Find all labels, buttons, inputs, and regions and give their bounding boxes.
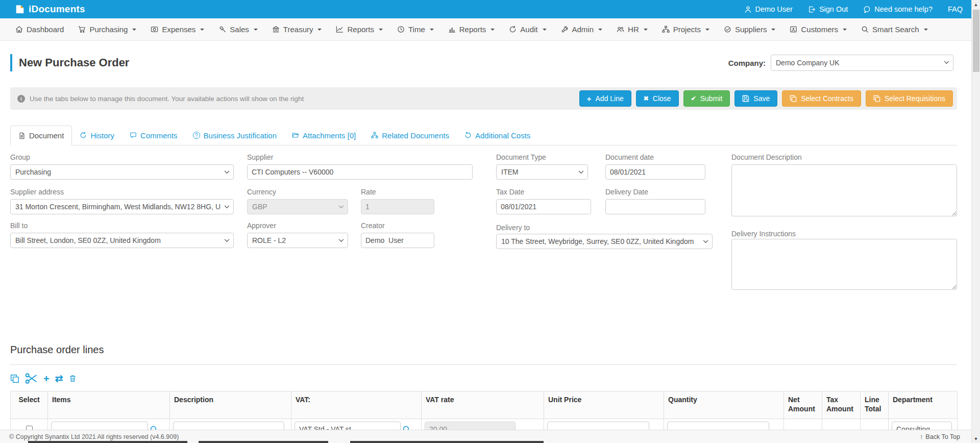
page-title: New Purchase Order [19,56,129,69]
handshake-icon [724,26,731,33]
add-line-icon[interactable]: + [43,374,50,384]
bill-to-label: Bill to [10,222,28,230]
tab-document[interactable]: Document [10,126,72,145]
select-contracts-button[interactable]: Select Contracts [782,90,861,107]
nav-hr[interactable]: HR [609,18,655,41]
copy-icon [873,95,880,102]
trash-icon [69,375,77,382]
action-buttons: + Add Line ✖ Close ✔ Submit Save Select … [579,90,953,107]
save-button[interactable]: Save [734,90,777,107]
nav-audit[interactable]: Audit [502,18,553,41]
delete-lines-icon[interactable] [69,375,77,382]
col-description: Description [170,391,291,419]
tax-date-input[interactable] [496,199,591,214]
submit-button[interactable]: ✔ Submit [683,90,730,107]
nav-time[interactable]: Time [390,18,441,41]
bill-to-select[interactable]: Bill Street, London, SE0 0ZZ, United Kin… [10,233,234,248]
scroll-down-button[interactable]: ▼ [972,434,980,443]
tab-attachments[interactable]: Attachments [0] [284,126,363,145]
scrollbar-thumb[interactable] [973,10,979,72]
delivery-to-select[interactable]: 10 The Street, Weybridge, Surrey, SE0 0Z… [496,234,713,249]
sign-out-link[interactable]: Sign Out [808,5,848,13]
select-requisitions-button[interactable]: Select Requisitions [866,90,953,107]
nav-expenses[interactable]: Expenses [143,18,211,41]
currency-select: GBP [247,199,348,214]
nav-purchasing[interactable]: Purchasing [71,18,143,41]
bottom-bar-segment [350,441,544,443]
tab-related-documents[interactable]: Related Documents [363,126,457,145]
chevron-down-icon [224,205,230,209]
supplier-address-select[interactable]: 31 Morton Crescent, Birmingham, West Mid… [10,199,234,214]
col-unit-price: Unit Price [544,391,664,419]
col-net-amount: Net Amount [784,391,822,419]
check-icon: ✔ [691,95,696,102]
caret-icon [317,29,322,31]
sign-out-label: Sign Out [819,5,848,13]
chevron-down-icon [944,61,949,64]
col-items: Items [48,391,170,419]
document-date-input[interactable] [605,164,705,180]
nav-smart-search[interactable]: Smart Search [854,18,935,41]
group-select[interactable]: Purchasing [10,164,234,180]
nav-reports-bar[interactable]: Reports [441,18,502,41]
nav-sales[interactable]: Sales [211,18,265,41]
user-name: Demo User [755,5,793,13]
document-description-textarea[interactable] [731,164,957,216]
document-tabs: Document History Comments ? Business Jus… [10,126,957,145]
tab-comments[interactable]: Comments [122,126,185,145]
header-links: Demo User Sign Out Need some help? FAQ [744,5,963,13]
currency-label: Currency [247,188,276,196]
cut-lines-icon[interactable] [25,372,38,385]
tab-additional-costs[interactable]: Additional Costs [457,126,538,145]
document-date-label: Document date [605,153,654,161]
nav-reports-line[interactable]: Reports [329,18,390,41]
tax-date-label: Tax Date [496,188,524,196]
user-menu[interactable]: Demo User [744,5,793,13]
sitemap-icon [662,26,670,33]
swap-lines-icon[interactable]: ⇄ [55,373,63,384]
nav-customers[interactable]: Customers [782,18,854,41]
gavel-icon [218,26,226,33]
vertical-scrollbar[interactable]: ▲ ▼ [971,0,980,443]
copy-lines-icon[interactable] [10,374,19,383]
x-icon: ✖ [644,95,649,102]
approver-select[interactable]: ROLE - L2 [247,233,348,248]
col-tax-amount: Tax Amount [822,391,861,419]
delivery-instructions-textarea[interactable] [731,239,957,290]
nav-admin[interactable]: Admin [554,18,610,41]
close-button[interactable]: ✖ Close [636,90,679,107]
nav-dashboard[interactable]: Dashboard [8,18,71,41]
nav-suppliers[interactable]: Suppliers [717,18,783,41]
col-line-total: Line Total [861,391,889,419]
document-type-label: Document Type [496,153,546,161]
delivery-date-input[interactable] [605,199,705,214]
bottom-bar-segment [28,441,187,443]
app-header: iDocuments Demo User Sign Out Need some … [0,0,980,18]
supplier-input[interactable] [247,164,473,180]
search-icon [861,26,869,33]
folder-icon [292,132,299,139]
bottom-bar-segment [199,441,328,443]
sitemap-icon [371,132,378,139]
caret-icon [491,29,495,31]
caret-icon [379,29,383,31]
action-strip: i Use the tabs below to manage this docu… [10,87,957,110]
faq-link[interactable]: FAQ [948,5,963,13]
tab-history[interactable]: History [72,126,122,145]
back-to-top-link[interactable]: ↑ Back To Top [920,433,960,440]
company-select[interactable]: Demo Company UK [771,55,953,71]
copyright-text: © Copyright Synantix Ltd 2021 All rights… [9,433,179,440]
add-line-button[interactable]: + Add Line [579,90,631,107]
section-divider [10,364,957,365]
document-type-select[interactable]: ITEM [496,164,588,180]
creator-input[interactable] [361,233,434,248]
tab-business-justification[interactable]: ? Business Justification [185,126,284,145]
scroll-up-button[interactable]: ▲ [972,0,980,9]
page-head: New Purchase Order Company: Demo Company… [0,41,980,71]
chevron-down-icon [703,240,708,243]
nav-projects[interactable]: Projects [655,18,717,41]
nav-treasury[interactable]: Treasury [265,18,329,41]
help-chat-icon [863,6,871,13]
help-link[interactable]: Need some help? [863,5,933,13]
brand-logo[interactable]: iDocuments [15,4,85,15]
